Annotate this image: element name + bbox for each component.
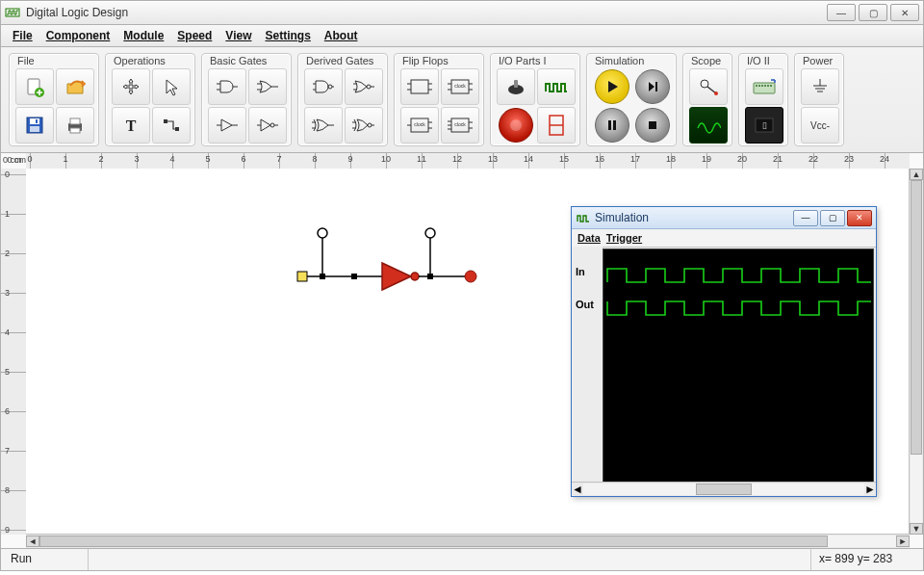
- stop-button[interactable]: [635, 108, 670, 143]
- svg-rect-77: [761, 85, 763, 87]
- app-icon: [5, 5, 20, 20]
- pause-button[interactable]: [595, 108, 629, 143]
- print-button[interactable]: [56, 107, 94, 144]
- svg-point-71: [701, 80, 708, 88]
- sim-close-button[interactable]: ✕: [847, 210, 872, 226]
- sim-maximize-button[interactable]: ▢: [820, 210, 845, 226]
- sim-scroll-right[interactable]: ►: [864, 483, 876, 496]
- ground-button[interactable]: [801, 68, 839, 105]
- probe-in[interactable]: [318, 228, 327, 238]
- led-output[interactable]: [465, 271, 476, 282]
- statusbar: Run x= 899 y= 283: [0, 549, 924, 571]
- svg-point-64: [510, 119, 522, 131]
- svg-point-24: [328, 85, 332, 89]
- sim-menu-trigger[interactable]: Trigger: [606, 232, 642, 244]
- svg-rect-76: [758, 85, 760, 87]
- jk-flipflop-button[interactable]: clock: [441, 68, 479, 105]
- svg-rect-12: [175, 127, 179, 131]
- t-flipflop-button[interactable]: clock: [400, 107, 439, 144]
- switch-button[interactable]: [497, 68, 535, 105]
- menu-module[interactable]: Module: [117, 27, 169, 44]
- group-simulation: Simulation: [586, 53, 677, 146]
- scroll-left[interactable]: ◄: [26, 536, 39, 547]
- led-button[interactable]: [499, 108, 533, 143]
- play-button[interactable]: [595, 69, 629, 104]
- svg-rect-78: [764, 85, 766, 87]
- group-scope-title: Scope: [689, 55, 726, 66]
- move-button[interactable]: [112, 68, 150, 105]
- sim-minimize-button[interactable]: ―: [793, 210, 818, 226]
- scroll-up[interactable]: ▲: [910, 169, 923, 180]
- menu-component[interactable]: Component: [40, 27, 116, 44]
- menu-speed[interactable]: Speed: [171, 27, 218, 44]
- canvas-scrollbar-vertical[interactable]: ▲ ▼: [909, 169, 923, 535]
- minimize-button[interactable]: ―: [827, 4, 856, 21]
- simulation-titlebar[interactable]: Simulation ― ▢ ✕: [572, 207, 876, 229]
- xor-gate-button[interactable]: [304, 107, 343, 144]
- ruler-v-tick-6: 6: [5, 406, 10, 416]
- maximize-button[interactable]: ▢: [859, 4, 887, 21]
- d-flipflop-button[interactable]: [400, 68, 439, 105]
- simulation-icon: [576, 210, 591, 225]
- menu-view[interactable]: View: [219, 27, 257, 44]
- and-gate-button[interactable]: [208, 68, 246, 105]
- group-io-parts-1-title: I/O Parts I: [497, 55, 574, 66]
- not-gate-instance[interactable]: [382, 263, 411, 290]
- group-operations-title: Operations: [112, 55, 189, 66]
- ruler-h-tick-15: 15: [559, 154, 569, 164]
- menu-file[interactable]: File: [7, 27, 38, 44]
- menu-settings[interactable]: Settings: [259, 27, 316, 44]
- simulation-scrollbar[interactable]: ◄ ►: [572, 482, 876, 496]
- not-gate-button[interactable]: [248, 107, 287, 144]
- ruler-h-tick-7: 7: [276, 154, 281, 164]
- ruler-v-unit: 0 cm: [3, 155, 22, 165]
- svg-rect-11: [164, 119, 167, 123]
- svg-text:T: T: [126, 118, 137, 134]
- ruler-v-tick-2: 2: [5, 248, 10, 258]
- canvas-scrollbar-horizontal[interactable]: ◄ ►: [26, 534, 910, 548]
- group-derived-gates: Derived Gates: [297, 53, 388, 146]
- ruler-horizontal: 0 cm 01234567891011121314151617181920212…: [26, 153, 910, 170]
- input-terminal[interactable]: [297, 272, 307, 281]
- step-button[interactable]: [635, 69, 670, 104]
- svg-rect-9: [70, 128, 80, 133]
- text-button[interactable]: T: [112, 107, 150, 144]
- buffer-gate-button[interactable]: [208, 107, 246, 144]
- clock-signal-button[interactable]: [537, 68, 576, 105]
- sim-scroll-left[interactable]: ◄: [572, 483, 583, 496]
- pointer-button[interactable]: [152, 68, 191, 105]
- status-mode: Run: [1, 549, 89, 570]
- scroll-right[interactable]: ►: [896, 536, 910, 547]
- simulation-window[interactable]: Simulation ― ▢ ✕ Data Trigger In Out: [571, 206, 877, 497]
- xnor-gate-button[interactable]: [345, 107, 383, 144]
- nand-gate-button[interactable]: [304, 68, 343, 105]
- close-button[interactable]: ✕: [890, 4, 919, 21]
- scroll-down[interactable]: ▼: [910, 523, 923, 535]
- window-controls: ― ▢ ✕: [827, 4, 919, 21]
- svg-rect-68: [608, 120, 611, 130]
- sr-flipflop-button[interactable]: clock: [441, 107, 479, 144]
- open-file-button[interactable]: [56, 68, 94, 105]
- wire-button[interactable]: [152, 107, 191, 144]
- ruler-v-tick-8: 8: [5, 485, 10, 495]
- new-file-button[interactable]: [15, 68, 54, 105]
- vcc-button[interactable]: Vcc-: [801, 107, 839, 144]
- simulation-scope[interactable]: [603, 248, 874, 483]
- or-gate-button[interactable]: [248, 68, 287, 105]
- group-derived-gates-title: Derived Gates: [304, 55, 381, 66]
- ruler-v-tick-7: 7: [5, 446, 10, 456]
- probe-button[interactable]: [689, 68, 728, 105]
- ruler-h-tick-4: 4: [169, 154, 174, 164]
- ruler-v-tick-9: 9: [5, 525, 10, 535]
- nor-gate-button[interactable]: [345, 68, 383, 105]
- save-file-button[interactable]: [15, 107, 54, 144]
- oscilloscope-button[interactable]: [689, 107, 728, 144]
- group-io-2-title: I/O II: [745, 55, 782, 66]
- display-button[interactable]: ▯: [745, 107, 783, 144]
- sim-menu-data[interactable]: Data: [578, 232, 601, 244]
- probe-out[interactable]: [425, 228, 435, 238]
- keyboard-button[interactable]: [745, 68, 783, 105]
- menu-about[interactable]: About: [319, 27, 364, 44]
- seven-segment-button[interactable]: [537, 107, 576, 144]
- status-coords: x= 899 y= 283: [811, 549, 923, 570]
